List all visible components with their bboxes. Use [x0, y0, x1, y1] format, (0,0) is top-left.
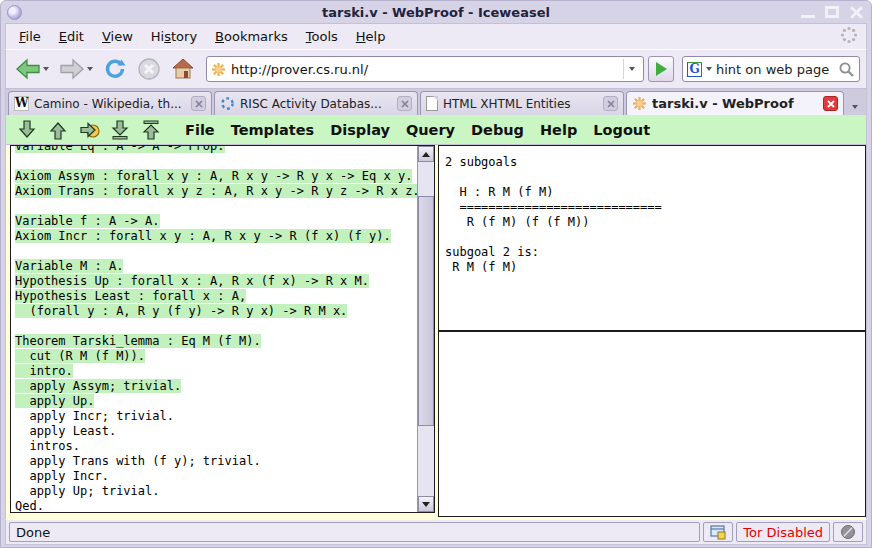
forward-button[interactable] [56, 56, 96, 82]
browser-window: tarski.v - WebProof - Iceweasel FileEdit… [0, 0, 872, 548]
tab-label: tarski.v - WebProof [652, 96, 818, 111]
code-line[interactable]: Qed. [15, 499, 417, 513]
code-line[interactable]: Variable f : A -> A. [15, 214, 417, 229]
webproof-menu-debug[interactable]: Debug [463, 122, 532, 138]
code-line[interactable]: cut (R M (f M)). [15, 349, 417, 364]
code-line[interactable]: apply Incr. [15, 469, 417, 484]
code-line[interactable]: Variable Eq : A -> A -> Prop. [15, 145, 417, 154]
menubar-item-help[interactable]: Help [347, 25, 395, 48]
search-engine-dropdown-icon[interactable] [706, 67, 712, 71]
tor-status-button[interactable]: Tor Disabled [736, 522, 830, 542]
tab-tarski-webproof[interactable]: tarski.v - WebProof [626, 91, 844, 115]
code-line[interactable]: Variable M : A. [15, 259, 417, 274]
go-button[interactable] [648, 56, 674, 82]
search-input[interactable]: hint on web page [716, 62, 834, 77]
tab-close-icon[interactable] [397, 96, 412, 111]
code-line[interactable]: apply Up; trivial. [15, 484, 417, 499]
menubar-item-file[interactable]: File [10, 25, 50, 48]
home-button[interactable] [168, 55, 198, 83]
run-to-cursor-icon [79, 120, 100, 140]
google-engine-icon[interactable]: G [687, 62, 702, 77]
code-line[interactable]: Hypothesis Least : forall x : A, [15, 289, 417, 304]
menubar-item-tools[interactable]: Tools [297, 25, 347, 48]
code-line[interactable]: Axiom Assym : forall x y : A, R x y -> R… [15, 169, 417, 184]
menubar-item-history[interactable]: History [142, 25, 206, 48]
run-to-cursor-button[interactable] [78, 119, 100, 141]
webproof-toolbar: FileTemplatesDisplayQueryDebugHelpLogout [5, 115, 867, 145]
code-line[interactable]: Axiom Incr : forall x y : A, R x y -> R … [15, 229, 417, 244]
titlebar: tarski.v - WebProof - Iceweasel [5, 1, 867, 23]
forward-arrow-icon [59, 58, 85, 80]
stop-button[interactable] [134, 55, 164, 83]
reload-button[interactable] [100, 55, 130, 83]
tab-risc-activity[interactable]: RISC Activity Databas... [214, 91, 418, 115]
code-lines[interactable]: Variable Eq : A -> A -> Prop. Axiom Assy… [11, 145, 417, 513]
step-down-button[interactable] [16, 119, 38, 141]
document-icon [426, 96, 438, 111]
step-down-icon [17, 120, 37, 140]
url-bar[interactable]: http://prover.cs.ru.nl/ [206, 56, 644, 82]
back-button[interactable] [12, 56, 52, 82]
menubar-item-edit[interactable]: Edit [50, 25, 93, 48]
go-to-bottom-button[interactable] [109, 119, 131, 141]
code-line[interactable]: intro. [15, 364, 417, 379]
code-line[interactable] [15, 244, 417, 259]
code-line[interactable] [15, 199, 417, 214]
menubar-item-view[interactable]: View [93, 25, 142, 48]
tab-label: RISC Activity Databas... [240, 97, 392, 111]
tab-bar: W Camino - Wikipedia, th... RISC Activit… [5, 89, 867, 115]
code-line[interactable]: (forall y : A, R y (f y) -> R y x) -> R … [15, 304, 417, 319]
tab-close-icon[interactable] [603, 96, 618, 111]
goals-pane: 2 subgoals H : R M (f M) ===============… [438, 145, 866, 331]
session-extension-button[interactable] [703, 522, 733, 542]
code-line[interactable]: apply Up. [15, 394, 417, 409]
scroll-up-button[interactable] [418, 146, 434, 162]
close-button[interactable] [849, 6, 863, 18]
search-box[interactable]: G hint on web page [682, 56, 860, 82]
code-line[interactable]: apply Least. [15, 424, 417, 439]
code-scrollbar[interactable] [417, 146, 434, 512]
status-bar: Done Tor Disabled [5, 519, 867, 545]
code-line[interactable]: apply Incr; trivial. [15, 409, 417, 424]
url-history-dropdown[interactable] [623, 59, 639, 79]
tab-html-entities[interactable]: HTML XHTML Entities [420, 91, 624, 115]
code-line[interactable]: Hypothesis Up : forall x : A, R x (f x) … [15, 274, 417, 289]
adblock-status-button[interactable] [833, 522, 863, 542]
code-line[interactable] [15, 319, 417, 334]
menubar-item-bookmarks[interactable]: Bookmarks [206, 25, 297, 48]
scroll-down-button[interactable] [418, 496, 434, 512]
dashed-circle-icon [220, 96, 235, 111]
tor-status-label: Tor Disabled [743, 525, 823, 540]
url-text[interactable]: http://prover.cs.ru.nl/ [231, 62, 618, 77]
tab-overflow-dropdown[interactable] [846, 105, 864, 109]
webproof-menu-logout[interactable]: Logout [585, 122, 658, 138]
code-line[interactable]: Theorem Tarski_lemma : Eq M (f M). [15, 334, 417, 349]
code-line[interactable] [15, 154, 417, 169]
webproof-menu-display[interactable]: Display [322, 122, 398, 138]
webproof-menu-query[interactable]: Query [398, 122, 463, 138]
scrollbar-thumb[interactable] [418, 196, 434, 426]
webproof-menu-templates[interactable]: Templates [223, 122, 322, 138]
code-line[interactable]: apply Assym; trivial. [15, 379, 417, 394]
proof-script-pane[interactable]: Variable Eq : A -> A -> Prop. Axiom Assy… [10, 145, 435, 513]
maximize-button[interactable] [825, 6, 839, 18]
step-up-button[interactable] [47, 119, 69, 141]
code-line[interactable]: apply Trans with (f y); trivial. [15, 454, 417, 469]
go-to-top-button[interactable] [140, 119, 162, 141]
webproof-menu: FileTemplatesDisplayQueryDebugHelpLogout [171, 122, 658, 138]
menubar-items: FileEditViewHistoryBookmarksToolsHelp [10, 25, 394, 48]
minimize-button[interactable] [801, 6, 815, 18]
search-magnifier-icon[interactable] [838, 61, 855, 78]
goals-text: 2 subgoals H : R M (f M) ===============… [439, 146, 865, 284]
webproof-menu-help[interactable]: Help [532, 122, 585, 138]
throbber-icon [840, 26, 858, 47]
webproof-menu-file[interactable]: File [177, 122, 223, 138]
tab-close-icon[interactable] [191, 96, 206, 111]
back-arrow-icon [15, 58, 41, 80]
tab-close-icon[interactable] [823, 96, 838, 111]
code-line[interactable]: intros. [15, 439, 417, 454]
tab-camino-wikipedia[interactable]: W Camino - Wikipedia, th... [8, 91, 212, 115]
code-line[interactable]: Axiom Trans : forall x y z : A, R x y ->… [15, 184, 417, 199]
reload-icon [103, 57, 127, 81]
menubar: FileEditViewHistoryBookmarksToolsHelp [5, 23, 867, 49]
